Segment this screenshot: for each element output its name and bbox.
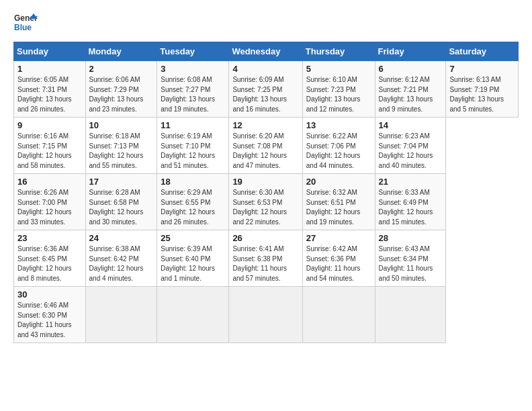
week-row-4: 23Sunrise: 6:36 AMSunset: 6:45 PMDayligh… xyxy=(14,230,519,287)
day-number: 2 xyxy=(89,64,154,74)
day-number: 9 xyxy=(17,120,82,130)
day-detail: Sunrise: 6:42 AMSunset: 6:36 PMDaylight:… xyxy=(306,244,371,283)
day-detail: Sunrise: 6:28 AMSunset: 6:58 PMDaylight:… xyxy=(89,188,154,227)
calendar-cell: 1Sunrise: 6:05 AMSunset: 7:31 PMDaylight… xyxy=(14,61,86,118)
day-number: 5 xyxy=(306,64,371,74)
calendar-cell xyxy=(85,287,157,343)
calendar-cell: 14Sunrise: 6:23 AMSunset: 7:04 PMDayligh… xyxy=(375,118,446,174)
header: General Blue xyxy=(13,11,519,35)
calendar-cell: 30Sunrise: 6:46 AMSunset: 6:30 PMDayligh… xyxy=(14,287,86,343)
col-header-wednesday: Wednesday xyxy=(229,42,302,61)
day-number: 4 xyxy=(232,64,298,74)
day-detail: Sunrise: 6:43 AMSunset: 6:34 PMDaylight:… xyxy=(379,244,443,283)
day-detail: Sunrise: 6:09 AMSunset: 7:25 PMDaylight:… xyxy=(232,75,298,114)
week-row-1: 1Sunrise: 6:05 AMSunset: 7:31 PMDaylight… xyxy=(14,61,519,118)
calendar-cell: 18Sunrise: 6:29 AMSunset: 6:55 PMDayligh… xyxy=(157,174,229,230)
day-number: 13 xyxy=(306,120,371,130)
day-detail: Sunrise: 6:10 AMSunset: 7:23 PMDaylight:… xyxy=(306,75,371,114)
calendar-cell xyxy=(229,287,302,343)
day-detail: Sunrise: 6:08 AMSunset: 7:27 PMDaylight:… xyxy=(161,75,225,114)
calendar-cell: 5Sunrise: 6:10 AMSunset: 7:23 PMDaylight… xyxy=(302,61,375,118)
day-detail: Sunrise: 6:39 AMSunset: 6:40 PMDaylight:… xyxy=(161,244,225,283)
logo: General Blue xyxy=(13,11,38,35)
day-number: 1 xyxy=(17,64,82,74)
svg-text:Blue: Blue xyxy=(14,23,32,32)
calendar-cell: 17Sunrise: 6:28 AMSunset: 6:58 PMDayligh… xyxy=(85,174,157,230)
day-number: 30 xyxy=(17,289,82,300)
day-detail: Sunrise: 6:38 AMSunset: 6:42 PMDaylight:… xyxy=(89,244,154,283)
day-number: 10 xyxy=(89,120,154,130)
calendar-cell: 26Sunrise: 6:41 AMSunset: 6:38 PMDayligh… xyxy=(229,230,302,287)
day-detail: Sunrise: 6:36 AMSunset: 6:45 PMDaylight:… xyxy=(17,244,82,283)
calendar-cell: 25Sunrise: 6:39 AMSunset: 6:40 PMDayligh… xyxy=(157,230,229,287)
col-header-sunday: Sunday xyxy=(14,42,86,61)
day-number: 23 xyxy=(17,233,82,243)
col-header-thursday: Thursday xyxy=(302,42,375,61)
calendar-cell: 11Sunrise: 6:19 AMSunset: 7:10 PMDayligh… xyxy=(157,118,229,174)
day-detail: Sunrise: 6:13 AMSunset: 7:19 PMDaylight:… xyxy=(449,75,515,114)
calendar-cell: 20Sunrise: 6:32 AMSunset: 6:51 PMDayligh… xyxy=(302,174,375,230)
day-number: 24 xyxy=(89,233,154,243)
calendar-cell: 27Sunrise: 6:42 AMSunset: 6:36 PMDayligh… xyxy=(302,230,375,287)
week-row-5: 30Sunrise: 6:46 AMSunset: 6:30 PMDayligh… xyxy=(14,287,519,343)
calendar-cell: 10Sunrise: 6:18 AMSunset: 7:13 PMDayligh… xyxy=(85,118,157,174)
calendar-cell: 24Sunrise: 6:38 AMSunset: 6:42 PMDayligh… xyxy=(85,230,157,287)
day-detail: Sunrise: 6:20 AMSunset: 7:08 PMDaylight:… xyxy=(232,132,298,171)
day-detail: Sunrise: 6:19 AMSunset: 7:10 PMDaylight:… xyxy=(161,132,225,171)
day-detail: Sunrise: 6:23 AMSunset: 7:04 PMDaylight:… xyxy=(379,132,443,171)
day-number: 21 xyxy=(379,177,443,187)
day-number: 11 xyxy=(161,120,225,130)
calendar-cell xyxy=(157,287,229,343)
page-container: General Blue SundayMondayTuesdayWednesda… xyxy=(0,0,532,350)
day-detail: Sunrise: 6:12 AMSunset: 7:21 PMDaylight:… xyxy=(379,75,443,114)
calendar-cell: 7Sunrise: 6:13 AMSunset: 7:19 PMDaylight… xyxy=(446,61,519,118)
calendar-cell: 3Sunrise: 6:08 AMSunset: 7:27 PMDaylight… xyxy=(157,61,229,118)
day-number: 17 xyxy=(89,177,154,187)
calendar-cell: 2Sunrise: 6:06 AMSunset: 7:29 PMDaylight… xyxy=(85,61,157,118)
calendar-cell xyxy=(302,287,375,343)
week-row-3: 16Sunrise: 6:26 AMSunset: 7:00 PMDayligh… xyxy=(14,174,519,230)
header-row: SundayMondayTuesdayWednesdayThursdayFrid… xyxy=(14,42,519,61)
calendar-cell: 13Sunrise: 6:22 AMSunset: 7:06 PMDayligh… xyxy=(302,118,375,174)
day-detail: Sunrise: 6:32 AMSunset: 6:51 PMDaylight:… xyxy=(306,188,371,227)
calendar-cell: 4Sunrise: 6:09 AMSunset: 7:25 PMDaylight… xyxy=(229,61,302,118)
calendar-cell: 12Sunrise: 6:20 AMSunset: 7:08 PMDayligh… xyxy=(229,118,302,174)
day-number: 28 xyxy=(379,233,443,243)
day-number: 7 xyxy=(449,64,515,74)
day-detail: Sunrise: 6:33 AMSunset: 6:49 PMDaylight:… xyxy=(379,188,443,227)
calendar-cell: 16Sunrise: 6:26 AMSunset: 7:00 PMDayligh… xyxy=(14,174,86,230)
calendar-cell xyxy=(375,287,446,343)
day-number: 19 xyxy=(232,177,298,187)
day-detail: Sunrise: 6:16 AMSunset: 7:15 PMDaylight:… xyxy=(17,132,82,171)
day-detail: Sunrise: 6:29 AMSunset: 6:55 PMDaylight:… xyxy=(161,188,225,227)
day-number: 18 xyxy=(161,177,225,187)
day-detail: Sunrise: 6:41 AMSunset: 6:38 PMDaylight:… xyxy=(232,244,298,283)
calendar-table: SundayMondayTuesdayWednesdayThursdayFrid… xyxy=(13,42,519,343)
col-header-saturday: Saturday xyxy=(446,42,519,61)
col-header-tuesday: Tuesday xyxy=(157,42,229,61)
day-number: 26 xyxy=(232,233,298,243)
day-number: 25 xyxy=(161,233,225,243)
calendar-cell: 28Sunrise: 6:43 AMSunset: 6:34 PMDayligh… xyxy=(375,230,446,287)
calendar-cell: 21Sunrise: 6:33 AMSunset: 6:49 PMDayligh… xyxy=(375,174,446,230)
calendar-cell: 19Sunrise: 6:30 AMSunset: 6:53 PMDayligh… xyxy=(229,174,302,230)
col-header-monday: Monday xyxy=(85,42,157,61)
calendar-cell: 23Sunrise: 6:36 AMSunset: 6:45 PMDayligh… xyxy=(14,230,86,287)
day-number: 16 xyxy=(17,177,82,187)
day-number: 20 xyxy=(306,177,371,187)
logo-svg: General Blue xyxy=(13,11,38,35)
day-detail: Sunrise: 6:18 AMSunset: 7:13 PMDaylight:… xyxy=(89,132,154,171)
calendar-cell: 9Sunrise: 6:16 AMSunset: 7:15 PMDaylight… xyxy=(14,118,86,174)
week-row-2: 9Sunrise: 6:16 AMSunset: 7:15 PMDaylight… xyxy=(14,118,519,174)
day-number: 3 xyxy=(161,64,225,74)
day-number: 14 xyxy=(379,120,443,130)
day-detail: Sunrise: 6:30 AMSunset: 6:53 PMDaylight:… xyxy=(232,188,298,227)
day-detail: Sunrise: 6:05 AMSunset: 7:31 PMDaylight:… xyxy=(17,75,82,114)
col-header-friday: Friday xyxy=(375,42,446,61)
day-detail: Sunrise: 6:26 AMSunset: 7:00 PMDaylight:… xyxy=(17,188,82,227)
day-number: 6 xyxy=(379,64,443,74)
day-detail: Sunrise: 6:22 AMSunset: 7:06 PMDaylight:… xyxy=(306,132,371,171)
calendar-cell: 6Sunrise: 6:12 AMSunset: 7:21 PMDaylight… xyxy=(375,61,446,118)
day-number: 27 xyxy=(306,233,371,243)
day-detail: Sunrise: 6:06 AMSunset: 7:29 PMDaylight:… xyxy=(89,75,154,114)
